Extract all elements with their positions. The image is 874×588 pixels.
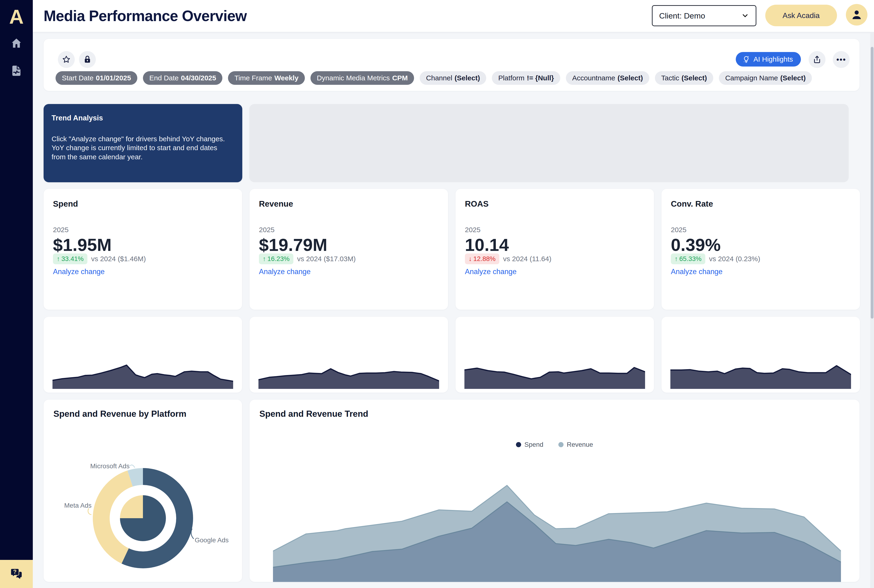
roas-sparkline-chart <box>464 322 645 389</box>
ellipsis-icon: ••• <box>836 55 846 64</box>
scrollbar-thumb[interactable] <box>871 47 874 319</box>
kpi-title: Conv. Rate <box>671 199 851 208</box>
sparkline-card-conv-rate <box>661 317 860 393</box>
revenue-legend-label: Revenue <box>567 441 593 448</box>
kpi-card-revenue: Revenue 2025 $19.79M ↑16.23% vs 2024 ($1… <box>249 189 448 310</box>
trend-analysis-title: Trend Analysis <box>51 114 228 122</box>
filter-time-frame[interactable]: Time FrameWeekly <box>228 71 305 85</box>
platform-donut-card: Spend and Revenue by Platform Microsoft … <box>44 400 242 582</box>
kpi-card-spend: Spend 2025 $1.95M ↑33.41% vs 2024 ($1.46… <box>44 189 242 310</box>
person-icon <box>851 9 863 21</box>
kpi-value: $19.79M <box>259 235 327 255</box>
donut-slice-inner-meta-ads[interactable] <box>120 495 143 518</box>
delta-badge: ↑33.41% <box>53 254 87 264</box>
meta-leader-line <box>88 508 92 514</box>
kpi-year: 2025 <box>259 226 275 234</box>
microsoft-leader-line <box>130 465 135 468</box>
legend-item-spend[interactable]: Spend <box>516 441 544 448</box>
donut-label-google-ads[interactable]: Google Ads <box>195 537 229 544</box>
kpi-title: ROAS <box>465 199 644 208</box>
kpi-title: Spend <box>53 199 233 208</box>
analyze-change-link[interactable]: Analyze change <box>465 267 517 276</box>
user-avatar[interactable] <box>846 4 868 26</box>
sparkline-card-spend <box>44 317 242 393</box>
donut-label-meta-ads[interactable]: Meta Ads <box>64 502 92 509</box>
question-mark: ? <box>13 568 17 575</box>
spend-legend-dot <box>516 442 521 447</box>
chevron-down-icon <box>741 12 749 20</box>
client-select-value: Client: Demo <box>659 11 705 20</box>
header: Media Performance Overview Client: Demo … <box>33 0 874 32</box>
analyze-change-link[interactable]: Analyze change <box>671 267 722 276</box>
revenue-legend-dot <box>559 442 563 447</box>
filter-toolbar: AI Highlights ••• Start Date01/01/2025 E… <box>44 39 859 91</box>
delta-badge: ↓12.88% <box>465 254 499 264</box>
ai-highlights-panel <box>249 104 849 182</box>
filter-channel[interactable]: Channel(Select) <box>420 71 486 85</box>
lock-button[interactable] <box>79 51 96 68</box>
kpi-vs-text: vs 2024 ($1.46M) <box>91 255 146 263</box>
delta-badge: ↑65.33% <box>671 254 705 264</box>
help-chat-button[interactable]: ? <box>0 560 33 588</box>
filter-start-date[interactable]: Start Date01/01/2025 <box>56 71 137 85</box>
kpi-card-conv-rate: Conv. Rate 2025 0.39% ↑65.33% vs 2024 (0… <box>661 189 860 310</box>
donut-arcs <box>93 468 193 568</box>
filter-pill-row: Start Date01/01/2025 End Date04/30/2025 … <box>56 71 812 85</box>
kpi-title: Revenue <box>259 199 439 208</box>
arrow-up-icon: ↑ <box>674 255 678 262</box>
spend-sparkline-chart <box>53 322 233 389</box>
ai-highlights-button[interactable]: AI Highlights <box>736 52 801 66</box>
spend-revenue-trend-chart <box>273 476 841 582</box>
spend-revenue-trend-card: Spend and Revenue Trend Spend Revenue <box>249 400 859 582</box>
arrow-up-icon: ↑ <box>263 255 266 262</box>
spend-legend-label: Spend <box>524 441 544 448</box>
revenue-sparkline-chart <box>258 322 439 389</box>
filter-accountname[interactable]: Accountname(Select) <box>566 71 649 85</box>
trend-chart-title: Spend and Revenue Trend <box>260 409 368 419</box>
kpi-year: 2025 <box>465 226 481 234</box>
page-title: Media Performance Overview <box>44 7 247 25</box>
filter-campaign-name[interactable]: Campaign Name(Select) <box>719 71 812 85</box>
ai-highlights-label: AI Highlights <box>754 55 793 63</box>
arrow-down-icon: ↓ <box>469 255 472 262</box>
kpi-year: 2025 <box>671 226 686 234</box>
lock-icon <box>83 55 92 64</box>
kpi-value: 10.14 <box>465 235 509 255</box>
kpi-vs-text: vs 2024 ($17.03M) <box>297 255 356 263</box>
ask-acadia-button[interactable]: Ask Acadia <box>765 4 837 26</box>
conv-rate-sparkline-chart <box>670 322 851 389</box>
legend-item-revenue[interactable]: Revenue <box>559 441 593 448</box>
analyze-change-link[interactable]: Analyze change <box>53 267 105 276</box>
arrow-up-icon: ↑ <box>57 255 60 262</box>
report-icon[interactable] <box>10 64 23 77</box>
sidebar: A ? <box>0 0 33 588</box>
filter-dynamic-media-metrics[interactable]: Dynamic Media MetricsCPM <box>311 71 414 85</box>
acadia-logo[interactable]: A <box>0 5 33 28</box>
google-leader-line <box>191 529 194 539</box>
trend-analysis-body: Click "Analyze change" for drivers behin… <box>51 135 228 161</box>
filter-tactic[interactable]: Tactic(Select) <box>655 71 713 85</box>
analyze-change-link[interactable]: Analyze change <box>259 267 311 276</box>
scrollbar-track[interactable] <box>870 32 874 588</box>
donut-label-microsoft-ads[interactable]: Microsoft Ads <box>67 462 129 470</box>
client-select[interactable]: Client: Demo <box>652 5 756 26</box>
ai-bulb-icon <box>742 55 750 63</box>
trend-chart-legend: Spend Revenue <box>249 441 859 448</box>
export-button[interactable] <box>809 51 826 68</box>
content: AI Highlights ••• Start Date01/01/2025 E… <box>33 32 874 588</box>
sparkline-card-revenue <box>249 317 448 393</box>
share-icon <box>812 55 821 64</box>
kpi-vs-text: vs 2024 (11.64) <box>503 255 551 263</box>
kpi-value: 0.39% <box>671 235 721 255</box>
sparkline-card-roas <box>455 317 654 393</box>
kpi-value: $1.95M <box>53 235 111 255</box>
favorite-button[interactable] <box>58 51 75 68</box>
more-options-button[interactable]: ••• <box>833 51 850 68</box>
kpi-vs-text: vs 2024 (0.23%) <box>709 255 760 263</box>
star-icon <box>62 55 71 64</box>
trend-analysis-note: Trend Analysis Click "Analyze change" fo… <box>44 104 242 182</box>
filter-end-date[interactable]: End Date04/30/2025 <box>143 71 222 85</box>
filter-platform[interactable]: Platform!= {Null} <box>492 71 560 85</box>
home-icon[interactable] <box>10 37 23 49</box>
dashboard-root: A ? Media Performance Overview Client: D… <box>0 0 874 588</box>
